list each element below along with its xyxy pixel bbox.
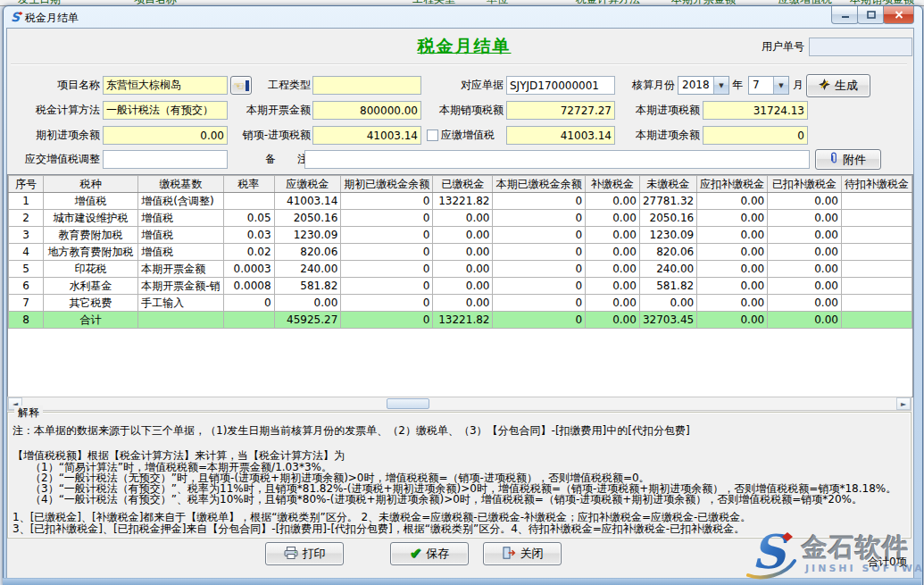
table-cell: 0.00 bbox=[697, 227, 768, 244]
print-button[interactable]: 打印 bbox=[265, 542, 344, 565]
project-type-input[interactable] bbox=[312, 76, 421, 95]
minimize-button[interactable] bbox=[831, 6, 859, 24]
table-row[interactable]: 7其它税费手工输入00.0000.0000.000.000.000.00 bbox=[9, 295, 912, 312]
column-header[interactable]: 税率 bbox=[223, 176, 274, 193]
table-cell: 1230.09 bbox=[274, 227, 341, 244]
check-icon: ✔ bbox=[410, 547, 421, 561]
chevron-down-icon[interactable]: ▼ bbox=[713, 77, 728, 94]
close-action-button[interactable]: 关闭 bbox=[483, 542, 562, 565]
table-row[interactable]: 8合计45925.27013221.8200.0032703.450.000.0… bbox=[9, 312, 912, 329]
month-select[interactable]: 7 ▼ bbox=[748, 76, 789, 95]
table-row[interactable]: 2城市建设维护税增值税0.052050.1600.0000.002050.160… bbox=[9, 210, 912, 227]
table-cell: 0.00 bbox=[586, 295, 640, 312]
opening-input-balance-label: 期初进项余额 bbox=[25, 126, 100, 145]
column-header[interactable]: 序号 bbox=[9, 176, 44, 193]
doc-no-input[interactable] bbox=[506, 76, 615, 95]
month-suffix-label: 月 bbox=[793, 76, 805, 95]
table-row[interactable]: 4地方教育费附加税增值税0.02820.0600.0000.00820.060.… bbox=[9, 244, 912, 261]
app-logo-icon: S bbox=[10, 10, 24, 24]
table-cell: 0.00 bbox=[586, 193, 640, 210]
chevron-down-icon[interactable]: ▼ bbox=[773, 77, 788, 94]
table-cell: 0 bbox=[341, 227, 433, 244]
invoice-amount-input[interactable] bbox=[312, 101, 421, 120]
year-value: 2018 bbox=[678, 77, 713, 94]
table-row[interactable]: 1增值税增值税(含调整)41003.14013221.8200.0027781.… bbox=[9, 193, 912, 210]
table-cell: 本期开票金额 bbox=[138, 261, 223, 278]
table-cell: 0.00 bbox=[697, 278, 768, 295]
vat-payable-input[interactable] bbox=[506, 126, 615, 145]
current-input-balance-input[interactable] bbox=[703, 126, 808, 145]
table-cell: 13221.82 bbox=[433, 193, 493, 210]
table-cell: 其它税费 bbox=[43, 295, 137, 312]
maximize-button[interactable] bbox=[857, 6, 885, 24]
column-header[interactable]: 应缴税金 bbox=[274, 176, 341, 193]
screen: 发生日期项目名称工程类型单位税金计算方法本期开票金额应缴增值税本期销项金额 S … bbox=[0, 0, 924, 585]
input-tax-input[interactable] bbox=[703, 101, 808, 120]
svg-text:S: S bbox=[11, 10, 21, 24]
opening-input-balance-input[interactable] bbox=[103, 126, 228, 145]
table-cell: 0.00 bbox=[433, 278, 493, 295]
table-row[interactable]: 6水利基金本期开票金额-销0.0008581.8200.0000.00581.8… bbox=[9, 278, 912, 295]
vat-adjustment-input[interactable] bbox=[103, 150, 228, 169]
generate-button[interactable]: 生成 bbox=[806, 74, 870, 97]
attachment-button[interactable]: 附件 bbox=[815, 149, 881, 170]
table-cell: 0.00 bbox=[768, 278, 842, 295]
explanation-line: 【增值税税额】根据【税金计算方法】来计算，当【税金计算方法】为 bbox=[12, 450, 345, 462]
table-cell: 0.00 bbox=[433, 210, 493, 227]
column-header[interactable]: 应扣补缴税金 bbox=[697, 176, 768, 193]
column-header[interactable]: 缴税基数 bbox=[138, 176, 223, 193]
tax-method-label: 税金计算方法 bbox=[14, 101, 100, 120]
table-cell: 0.00 bbox=[768, 261, 842, 278]
table-cell: 1 bbox=[9, 193, 44, 210]
table-cell bbox=[841, 210, 912, 227]
table-cell: 增值税 bbox=[138, 210, 223, 227]
tax-method-input[interactable] bbox=[103, 101, 228, 120]
year-select[interactable]: 2018 ▼ bbox=[678, 76, 729, 95]
scroll-right-arrow-icon[interactable]: ► bbox=[896, 397, 911, 410]
close-button[interactable] bbox=[883, 6, 914, 24]
table-cell: 0 bbox=[223, 295, 274, 312]
column-header[interactable]: 待扣补缴税金 bbox=[841, 176, 912, 193]
table-cell: 0.05 bbox=[223, 210, 274, 227]
paperclip-icon bbox=[830, 152, 838, 167]
save-button-label: 保存 bbox=[426, 546, 449, 562]
column-header[interactable]: 期初已缴税金余额 bbox=[341, 176, 433, 193]
table-row[interactable]: 3教育费附加税增值税0.031230.0900.0000.001230.090.… bbox=[9, 227, 912, 244]
table-cell: 0.00 bbox=[768, 295, 842, 312]
explanation-line: 注：本单据的数据来源于以下三个单据，（1)发生日期当前核算月份的发票单、（2）缴… bbox=[12, 425, 690, 437]
vat-payable-checkbox[interactable] bbox=[427, 130, 438, 141]
save-button[interactable]: ✔ 保存 bbox=[390, 542, 469, 565]
table-cell: 0.00 bbox=[768, 210, 842, 227]
input-tax-label: 本期进项税额 bbox=[625, 101, 700, 120]
current-input-balance-label: 本期进项余额 bbox=[625, 126, 700, 145]
horizontal-scrollbar[interactable]: ◄ ► bbox=[7, 397, 912, 411]
column-header[interactable]: 补缴税金 bbox=[586, 176, 640, 193]
project-lookup-button[interactable]: ☜ bbox=[230, 76, 252, 95]
table-cell: 0.00 bbox=[697, 312, 768, 329]
column-header[interactable]: 已缴税金 bbox=[433, 176, 493, 193]
table-cell: 0 bbox=[493, 193, 586, 210]
scrollbar-thumb[interactable] bbox=[387, 398, 429, 409]
table-row[interactable]: 5印花税本期开票金额0.0003240.0000.0000.00240.000.… bbox=[9, 261, 912, 278]
column-header[interactable]: 本期已缴税金余额 bbox=[493, 176, 586, 193]
table-cell: 7 bbox=[9, 295, 44, 312]
table-cell: 教育费附加税 bbox=[43, 227, 137, 244]
window-title: 税金月结单 bbox=[25, 11, 79, 26]
table-cell: 27781.32 bbox=[639, 193, 696, 210]
user-no-input[interactable] bbox=[809, 38, 912, 56]
table-cell: 印花税 bbox=[43, 261, 137, 278]
project-name-input[interactable] bbox=[103, 76, 228, 95]
table-cell: 增值税(含调整) bbox=[138, 193, 223, 210]
explanation-line: 1、[已缴税金]、[补缴税金]都来自于【缴税单】，根据“缴税类别”区分。 2、未… bbox=[12, 512, 751, 523]
output-minus-input-input[interactable] bbox=[312, 126, 421, 145]
column-header[interactable]: 税种 bbox=[43, 176, 137, 193]
column-header[interactable]: 未缴税金 bbox=[639, 176, 696, 193]
title-bar[interactable]: S 税金月结单 bbox=[4, 6, 922, 29]
jinshi-s-icon: S bbox=[746, 525, 800, 582]
table-cell: 1230.09 bbox=[639, 227, 696, 244]
output-tax-input[interactable] bbox=[506, 101, 615, 120]
vat-adjustment-label: 应交增值税调整 bbox=[9, 150, 100, 169]
remark-input[interactable] bbox=[304, 150, 810, 169]
column-header[interactable]: 已扣补缴税金 bbox=[768, 176, 842, 193]
table-cell: 240.00 bbox=[274, 261, 341, 278]
